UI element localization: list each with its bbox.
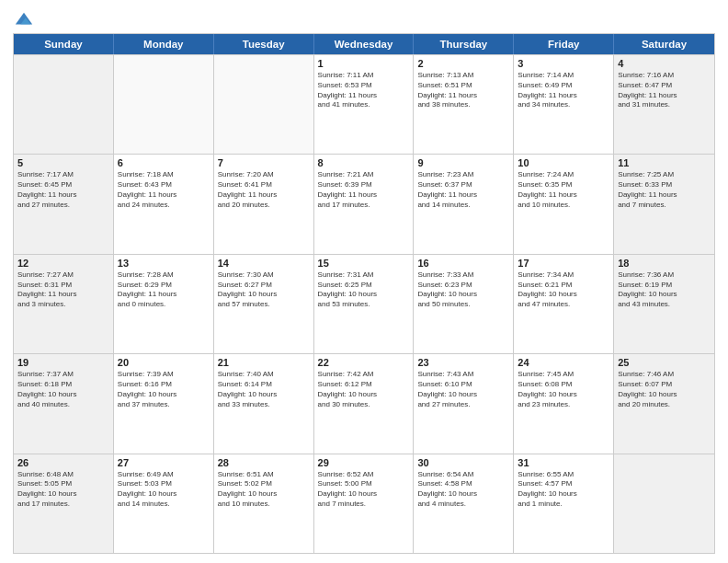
cal-cell [114, 55, 214, 154]
calendar-header: SundayMondayTuesdayWednesdayThursdayFrid… [14, 34, 714, 54]
day-info: Sunrise: 7:33 AM Sunset: 6:23 PM Dayligh… [417, 270, 509, 310]
cal-cell [614, 454, 714, 553]
cal-cell: 13Sunrise: 7:28 AM Sunset: 6:29 PM Dayli… [114, 255, 214, 353]
day-number: 5 [17, 157, 109, 168]
day-number: 17 [518, 258, 609, 269]
cal-cell: 4Sunrise: 7:16 AM Sunset: 6:47 PM Daylig… [614, 55, 714, 154]
cal-cell: 29Sunrise: 6:52 AM Sunset: 5:00 PM Dayli… [314, 454, 415, 553]
cal-week-3: 19Sunrise: 7:37 AM Sunset: 6:18 PM Dayli… [14, 353, 714, 453]
day-info: Sunrise: 7:11 AM Sunset: 6:53 PM Dayligh… [318, 71, 410, 110]
day-number: 10 [518, 157, 609, 168]
day-number: 25 [618, 357, 711, 368]
day-info: Sunrise: 6:51 AM Sunset: 5:02 PM Dayligh… [218, 470, 310, 510]
day-info: Sunrise: 7:34 AM Sunset: 6:21 PM Dayligh… [518, 270, 609, 310]
day-info: Sunrise: 7:23 AM Sunset: 6:37 PM Dayligh… [417, 170, 509, 210]
cal-header-tuesday: Tuesday [214, 34, 314, 54]
cal-cell: 1Sunrise: 7:11 AM Sunset: 6:53 PM Daylig… [314, 55, 415, 154]
day-info: Sunrise: 7:43 AM Sunset: 6:10 PM Dayligh… [417, 370, 509, 409]
logo-icon [14, 9, 34, 29]
cal-cell: 22Sunrise: 7:42 AM Sunset: 6:12 PM Dayli… [314, 354, 415, 453]
cal-cell: 20Sunrise: 7:39 AM Sunset: 6:16 PM Dayli… [114, 354, 214, 453]
cal-cell: 11Sunrise: 7:25 AM Sunset: 6:33 PM Dayli… [614, 155, 714, 253]
day-number: 19 [17, 357, 109, 368]
cal-cell: 28Sunrise: 6:51 AM Sunset: 5:02 PM Dayli… [214, 454, 314, 553]
cal-cell: 17Sunrise: 7:34 AM Sunset: 6:21 PM Dayli… [514, 255, 614, 353]
logo [13, 9, 34, 28]
day-info: Sunrise: 7:36 AM Sunset: 6:19 PM Dayligh… [618, 270, 711, 310]
header [13, 9, 715, 28]
day-info: Sunrise: 7:46 AM Sunset: 6:07 PM Dayligh… [618, 370, 711, 409]
day-info: Sunrise: 6:55 AM Sunset: 4:57 PM Dayligh… [518, 470, 609, 510]
day-info: Sunrise: 7:25 AM Sunset: 6:33 PM Dayligh… [618, 170, 711, 210]
day-number: 1 [318, 58, 410, 69]
day-number: 18 [618, 258, 711, 269]
cal-cell: 7Sunrise: 7:20 AM Sunset: 6:41 PM Daylig… [214, 155, 314, 253]
cal-cell: 15Sunrise: 7:31 AM Sunset: 6:25 PM Dayli… [314, 255, 415, 353]
cal-header-saturday: Saturday [614, 34, 714, 54]
cal-header-thursday: Thursday [414, 34, 514, 54]
cal-week-4: 26Sunrise: 6:48 AM Sunset: 5:05 PM Dayli… [14, 454, 714, 553]
day-info: Sunrise: 7:42 AM Sunset: 6:12 PM Dayligh… [318, 370, 410, 409]
day-info: Sunrise: 7:16 AM Sunset: 6:47 PM Dayligh… [618, 71, 711, 110]
day-number: 13 [118, 258, 210, 269]
cal-cell: 10Sunrise: 7:24 AM Sunset: 6:35 PM Dayli… [514, 155, 614, 253]
day-info: Sunrise: 7:28 AM Sunset: 6:29 PM Dayligh… [118, 270, 210, 310]
cal-cell: 5Sunrise: 7:17 AM Sunset: 6:45 PM Daylig… [14, 155, 114, 253]
cal-cell: 14Sunrise: 7:30 AM Sunset: 6:27 PM Dayli… [214, 255, 314, 353]
day-number: 14 [218, 258, 310, 269]
cal-cell: 12Sunrise: 7:27 AM Sunset: 6:31 PM Dayli… [14, 255, 114, 353]
day-number: 6 [118, 157, 210, 168]
calendar-body: 1Sunrise: 7:11 AM Sunset: 6:53 PM Daylig… [14, 54, 714, 553]
day-number: 15 [318, 258, 410, 269]
day-info: Sunrise: 7:14 AM Sunset: 6:49 PM Dayligh… [518, 71, 609, 110]
cal-cell: 16Sunrise: 7:33 AM Sunset: 6:23 PM Dayli… [414, 255, 514, 353]
day-info: Sunrise: 7:13 AM Sunset: 6:51 PM Dayligh… [417, 71, 509, 110]
day-number: 23 [417, 357, 509, 368]
cal-header-wednesday: Wednesday [314, 34, 415, 54]
cal-cell [214, 55, 314, 154]
day-info: Sunrise: 7:18 AM Sunset: 6:43 PM Dayligh… [118, 170, 210, 210]
cal-cell: 2Sunrise: 7:13 AM Sunset: 6:51 PM Daylig… [414, 55, 514, 154]
day-info: Sunrise: 7:21 AM Sunset: 6:39 PM Dayligh… [318, 170, 410, 210]
day-number: 22 [318, 357, 410, 368]
cal-cell [14, 55, 114, 154]
day-number: 31 [518, 457, 609, 468]
calendar: SundayMondayTuesdayWednesdayThursdayFrid… [13, 33, 715, 554]
day-info: Sunrise: 7:39 AM Sunset: 6:16 PM Dayligh… [118, 370, 210, 409]
day-number: 20 [118, 357, 210, 368]
day-info: Sunrise: 6:54 AM Sunset: 4:58 PM Dayligh… [417, 470, 509, 510]
day-number: 16 [417, 258, 509, 269]
cal-week-0: 1Sunrise: 7:11 AM Sunset: 6:53 PM Daylig… [14, 54, 714, 154]
cal-header-sunday: Sunday [14, 34, 114, 54]
day-number: 9 [417, 157, 509, 168]
day-info: Sunrise: 7:45 AM Sunset: 6:08 PM Dayligh… [518, 370, 609, 409]
cal-cell: 26Sunrise: 6:48 AM Sunset: 5:05 PM Dayli… [14, 454, 114, 553]
day-info: Sunrise: 7:37 AM Sunset: 6:18 PM Dayligh… [17, 370, 109, 409]
day-info: Sunrise: 6:49 AM Sunset: 5:03 PM Dayligh… [118, 470, 210, 510]
day-info: Sunrise: 7:20 AM Sunset: 6:41 PM Dayligh… [218, 170, 310, 210]
cal-cell: 19Sunrise: 7:37 AM Sunset: 6:18 PM Dayli… [14, 354, 114, 453]
day-number: 24 [518, 357, 609, 368]
day-number: 21 [218, 357, 310, 368]
day-info: Sunrise: 7:17 AM Sunset: 6:45 PM Dayligh… [17, 170, 109, 210]
cal-cell: 8Sunrise: 7:21 AM Sunset: 6:39 PM Daylig… [314, 155, 415, 253]
day-info: Sunrise: 6:48 AM Sunset: 5:05 PM Dayligh… [17, 470, 109, 510]
day-info: Sunrise: 7:24 AM Sunset: 6:35 PM Dayligh… [518, 170, 609, 210]
cal-header-friday: Friday [514, 34, 614, 54]
day-number: 29 [318, 457, 410, 468]
cal-week-1: 5Sunrise: 7:17 AM Sunset: 6:45 PM Daylig… [14, 154, 714, 253]
cal-week-2: 12Sunrise: 7:27 AM Sunset: 6:31 PM Dayli… [14, 254, 714, 353]
cal-cell: 25Sunrise: 7:46 AM Sunset: 6:07 PM Dayli… [614, 354, 714, 453]
day-info: Sunrise: 7:30 AM Sunset: 6:27 PM Dayligh… [218, 270, 310, 310]
cal-cell: 24Sunrise: 7:45 AM Sunset: 6:08 PM Dayli… [514, 354, 614, 453]
cal-cell: 6Sunrise: 7:18 AM Sunset: 6:43 PM Daylig… [114, 155, 214, 253]
day-info: Sunrise: 7:27 AM Sunset: 6:31 PM Dayligh… [17, 270, 109, 310]
cal-header-monday: Monday [114, 34, 214, 54]
day-number: 28 [218, 457, 310, 468]
day-number: 2 [417, 58, 509, 69]
day-number: 26 [17, 457, 109, 468]
cal-cell: 9Sunrise: 7:23 AM Sunset: 6:37 PM Daylig… [414, 155, 514, 253]
day-number: 3 [518, 58, 609, 69]
day-number: 7 [218, 157, 310, 168]
day-number: 30 [417, 457, 509, 468]
